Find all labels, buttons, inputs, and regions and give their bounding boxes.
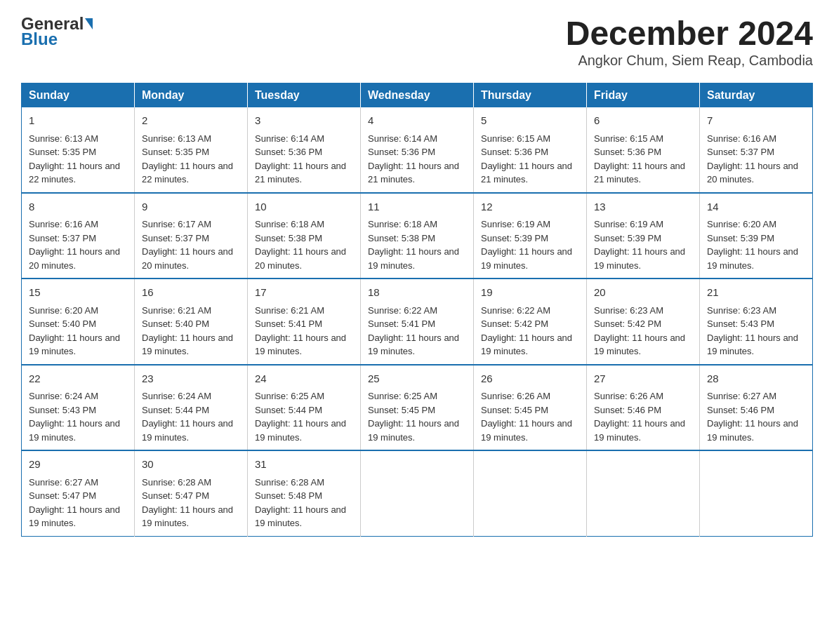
day-sunset: Sunset: 5:41 PM <box>255 318 322 329</box>
calendar-header-saturday: Saturday <box>700 83 813 108</box>
calendar-week-row: 29 Sunrise: 6:27 AM Sunset: 5:47 PM Dayl… <box>22 450 813 536</box>
day-daylight: Daylight: 11 hours and 19 minutes. <box>707 333 798 357</box>
day-number: 22 <box>29 371 127 387</box>
calendar-cell <box>361 450 474 536</box>
day-sunset: Sunset: 5:39 PM <box>707 233 774 243</box>
day-daylight: Daylight: 11 hours and 19 minutes. <box>142 333 233 357</box>
day-number: 25 <box>368 371 466 387</box>
page-subtitle: Angkor Chum, Siem Reap, Cambodia <box>566 53 813 69</box>
day-daylight: Daylight: 11 hours and 19 minutes. <box>368 333 459 357</box>
calendar-cell: 4 Sunrise: 6:14 AM Sunset: 5:36 PM Dayli… <box>361 107 474 193</box>
day-sunrise: Sunrise: 6:28 AM <box>255 477 324 488</box>
calendar-cell: 2 Sunrise: 6:13 AM Sunset: 5:35 PM Dayli… <box>135 107 248 193</box>
day-sunrise: Sunrise: 6:19 AM <box>594 219 663 229</box>
day-sunrise: Sunrise: 6:23 AM <box>594 305 663 316</box>
day-daylight: Daylight: 11 hours and 19 minutes. <box>255 333 346 357</box>
day-daylight: Daylight: 11 hours and 19 minutes. <box>29 504 120 529</box>
day-daylight: Daylight: 11 hours and 19 minutes. <box>594 418 685 443</box>
calendar-cell: 9 Sunrise: 6:17 AM Sunset: 5:37 PM Dayli… <box>135 193 248 279</box>
calendar-cell: 30 Sunrise: 6:28 AM Sunset: 5:47 PM Dayl… <box>135 450 248 536</box>
day-sunset: Sunset: 5:45 PM <box>368 405 435 415</box>
day-daylight: Daylight: 11 hours and 21 minutes. <box>255 161 346 185</box>
day-sunset: Sunset: 5:36 PM <box>481 147 548 157</box>
calendar-cell: 5 Sunrise: 6:15 AM Sunset: 5:36 PM Dayli… <box>474 107 587 193</box>
day-sunset: Sunset: 5:38 PM <box>255 233 322 243</box>
day-sunrise: Sunrise: 6:27 AM <box>707 391 776 401</box>
day-daylight: Daylight: 11 hours and 19 minutes. <box>481 418 572 443</box>
calendar-cell: 6 Sunrise: 6:15 AM Sunset: 5:36 PM Dayli… <box>587 107 700 193</box>
calendar-cell: 1 Sunrise: 6:13 AM Sunset: 5:35 PM Dayli… <box>22 107 135 193</box>
day-sunset: Sunset: 5:39 PM <box>481 233 548 243</box>
day-sunrise: Sunrise: 6:13 AM <box>29 133 98 144</box>
day-daylight: Daylight: 11 hours and 19 minutes. <box>142 418 233 443</box>
day-number: 31 <box>255 457 353 473</box>
calendar-header-sunday: Sunday <box>22 83 135 108</box>
title-block: December 2024 Angkor Chum, Siem Reap, Ca… <box>566 14 813 69</box>
day-daylight: Daylight: 11 hours and 19 minutes. <box>707 246 798 271</box>
day-number: 15 <box>29 285 127 301</box>
calendar-header-friday: Friday <box>587 83 700 108</box>
day-sunset: Sunset: 5:42 PM <box>481 318 548 329</box>
calendar-cell: 3 Sunrise: 6:14 AM Sunset: 5:36 PM Dayli… <box>248 107 361 193</box>
day-sunset: Sunset: 5:43 PM <box>29 405 96 415</box>
day-sunrise: Sunrise: 6:20 AM <box>29 305 98 316</box>
day-sunrise: Sunrise: 6:23 AM <box>707 305 776 316</box>
day-number: 8 <box>29 199 127 215</box>
day-daylight: Daylight: 11 hours and 22 minutes. <box>29 161 120 185</box>
calendar-week-row: 8 Sunrise: 6:16 AM Sunset: 5:37 PM Dayli… <box>22 193 813 279</box>
day-sunset: Sunset: 5:44 PM <box>255 405 322 415</box>
calendar-header-thursday: Thursday <box>474 83 587 108</box>
day-number: 1 <box>29 113 127 129</box>
logo-triangle-icon <box>85 18 93 29</box>
day-sunrise: Sunrise: 6:25 AM <box>368 391 437 401</box>
day-number: 19 <box>481 285 579 301</box>
day-daylight: Daylight: 11 hours and 21 minutes. <box>594 161 685 185</box>
day-sunrise: Sunrise: 6:25 AM <box>255 391 324 401</box>
day-sunset: Sunset: 5:36 PM <box>594 147 661 157</box>
day-sunrise: Sunrise: 6:18 AM <box>368 219 437 229</box>
day-daylight: Daylight: 11 hours and 19 minutes. <box>594 246 685 271</box>
day-sunset: Sunset: 5:41 PM <box>368 318 435 329</box>
day-sunset: Sunset: 5:36 PM <box>255 147 322 157</box>
day-sunset: Sunset: 5:44 PM <box>142 405 209 415</box>
calendar-cell: 25 Sunrise: 6:25 AM Sunset: 5:45 PM Dayl… <box>361 365 474 451</box>
day-sunset: Sunset: 5:47 PM <box>29 490 96 501</box>
day-sunrise: Sunrise: 6:26 AM <box>594 391 663 401</box>
day-number: 23 <box>142 371 240 387</box>
day-number: 12 <box>481 199 579 215</box>
page-title: December 2024 <box>566 14 813 53</box>
day-daylight: Daylight: 11 hours and 20 minutes. <box>142 246 233 271</box>
day-sunset: Sunset: 5:40 PM <box>29 318 96 329</box>
calendar-cell: 17 Sunrise: 6:21 AM Sunset: 5:41 PM Dayl… <box>248 279 361 365</box>
day-number: 28 <box>707 371 805 387</box>
day-number: 11 <box>368 199 466 215</box>
day-sunset: Sunset: 5:37 PM <box>142 233 209 243</box>
day-sunrise: Sunrise: 6:18 AM <box>255 219 324 229</box>
day-sunrise: Sunrise: 6:14 AM <box>255 133 324 144</box>
day-daylight: Daylight: 11 hours and 19 minutes. <box>481 333 572 357</box>
calendar-cell: 7 Sunrise: 6:16 AM Sunset: 5:37 PM Dayli… <box>700 107 813 193</box>
day-daylight: Daylight: 11 hours and 20 minutes. <box>707 161 798 185</box>
calendar-cell: 15 Sunrise: 6:20 AM Sunset: 5:40 PM Dayl… <box>22 279 135 365</box>
day-sunset: Sunset: 5:35 PM <box>29 147 96 157</box>
day-daylight: Daylight: 11 hours and 19 minutes. <box>707 418 798 443</box>
calendar-body: 1 Sunrise: 6:13 AM Sunset: 5:35 PM Dayli… <box>22 107 813 536</box>
day-sunset: Sunset: 5:47 PM <box>142 490 209 501</box>
calendar-cell: 26 Sunrise: 6:26 AM Sunset: 5:45 PM Dayl… <box>474 365 587 451</box>
day-daylight: Daylight: 11 hours and 19 minutes. <box>594 333 685 357</box>
calendar-cell: 10 Sunrise: 6:18 AM Sunset: 5:38 PM Dayl… <box>248 193 361 279</box>
calendar-cell: 21 Sunrise: 6:23 AM Sunset: 5:43 PM Dayl… <box>700 279 813 365</box>
day-sunset: Sunset: 5:46 PM <box>707 405 774 415</box>
day-sunset: Sunset: 5:43 PM <box>707 318 774 329</box>
calendar-cell: 24 Sunrise: 6:25 AM Sunset: 5:44 PM Dayl… <box>248 365 361 451</box>
day-sunset: Sunset: 5:40 PM <box>142 318 209 329</box>
day-number: 3 <box>255 113 353 129</box>
day-sunrise: Sunrise: 6:16 AM <box>29 219 98 229</box>
calendar-cell: 23 Sunrise: 6:24 AM Sunset: 5:44 PM Dayl… <box>135 365 248 451</box>
day-number: 17 <box>255 285 353 301</box>
day-daylight: Daylight: 11 hours and 19 minutes. <box>255 504 346 529</box>
day-sunset: Sunset: 5:38 PM <box>368 233 435 243</box>
calendar-week-row: 15 Sunrise: 6:20 AM Sunset: 5:40 PM Dayl… <box>22 279 813 365</box>
calendar-header-tuesday: Tuesday <box>248 83 361 108</box>
calendar-cell: 27 Sunrise: 6:26 AM Sunset: 5:46 PM Dayl… <box>587 365 700 451</box>
